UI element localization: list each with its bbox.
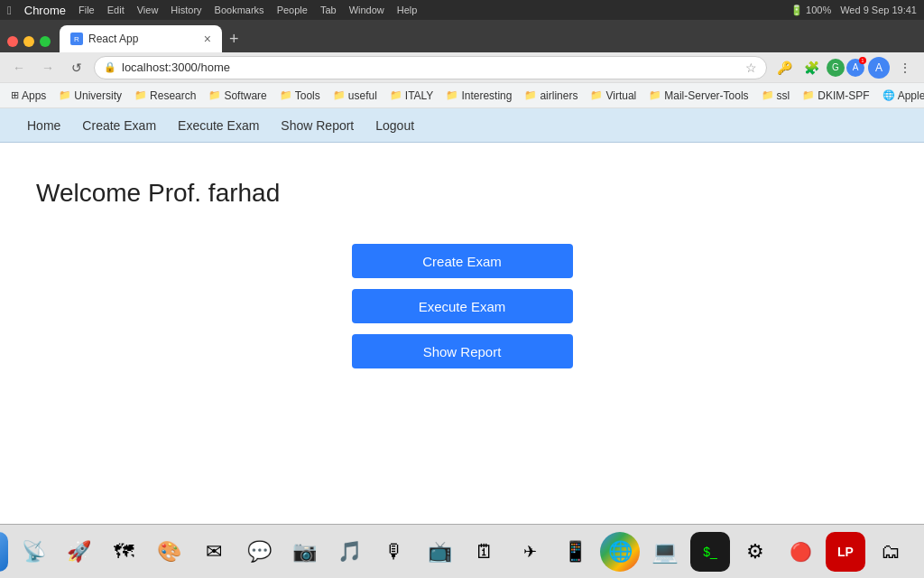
action-buttons: Create Exam Execute Exam Show Report <box>36 244 888 368</box>
welcome-title: Welcome Prof. farhad <box>36 179 888 208</box>
bookmark-useful-label: useful <box>348 89 377 102</box>
bookmark-ssl-label: ssl <box>777 89 790 102</box>
nav-home[interactable]: Home <box>18 113 69 138</box>
globe-icon: 🌐 <box>882 89 895 101</box>
bookmark-interesting-label: Interesting <box>461 89 512 102</box>
tab-title: React App <box>88 33 138 45</box>
folder-icon: 📁 <box>802 89 815 101</box>
tab-favicon: R <box>70 33 83 45</box>
folder-icon: 📁 <box>208 89 221 101</box>
url-bar[interactable]: 🔒 localhost:3000/home ☆ <box>94 56 767 79</box>
bookmark-virtual-label: Virtual <box>605 89 636 102</box>
bookmark-research[interactable]: 📁 Research <box>129 88 201 104</box>
address-bar: ← → ↺ 🔒 localhost:3000/home ☆ 🔑 🧩 G A1 A… <box>0 52 924 83</box>
star-icon[interactable]: ☆ <box>745 61 757 75</box>
folder-icon: 📁 <box>590 89 603 101</box>
bookmark-airliners-label: airliners <box>540 89 578 102</box>
bookmark-useful[interactable]: 📁 useful <box>328 88 383 104</box>
bookmark-research-label: Research <box>150 89 196 102</box>
app-nav: Home Create Exam Execute Exam Show Repor… <box>0 108 924 143</box>
bookmark-italy[interactable]: 📁 ITALY <box>384 88 439 104</box>
back-button[interactable]: ← <box>7 56 31 79</box>
bookmark-italy-label: ITALY <box>405 89 434 102</box>
bookmark-mail-server[interactable]: 📁 Mail-Server-Tools <box>643 88 753 104</box>
bookmark-dkim-label: DKIM-SPF <box>818 89 869 102</box>
bookmark-software[interactable]: 📁 Software <box>203 88 272 104</box>
profile-icon-2: A1 <box>846 59 864 77</box>
bookmark-mail-server-label: Mail-Server-Tools <box>664 89 748 102</box>
reload-button[interactable]: ↺ <box>65 56 88 79</box>
folder-icon: 📁 <box>280 89 292 101</box>
folder-icon: 📁 <box>333 89 346 101</box>
main-content: Welcome Prof. farhad Create Exam Execute… <box>0 143 924 504</box>
tabs-bar: R React App × + <box>0 20 924 52</box>
nav-logout[interactable]: Logout <box>366 113 423 138</box>
profile-button[interactable]: A <box>868 57 890 79</box>
bookmark-dkim[interactable]: 📁 DKIM-SPF <box>797 88 874 104</box>
bookmark-ssl[interactable]: 📁 ssl <box>756 88 796 104</box>
chrome-menu[interactable]: Chrome <box>24 4 66 17</box>
nav-create-exam[interactable]: Create Exam <box>73 113 165 138</box>
bookmark-tools-label: Tools <box>295 89 320 102</box>
bookmarks-bar: ⊞ Apps 📁 University 📁 Research 📁 Softwar… <box>0 83 924 108</box>
window-controls <box>7 36 51 47</box>
apps-icon: ⊞ <box>11 89 19 101</box>
nav-show-report[interactable]: Show Report <box>272 113 363 138</box>
bookmark-apps[interactable]: ⊞ Apps <box>5 88 51 104</box>
maximize-window-button[interactable] <box>40 36 51 47</box>
title-bar:  Chrome File Edit View History Bookmark… <box>0 0 924 20</box>
close-window-button[interactable] <box>7 36 18 47</box>
bookmark-tools[interactable]: 📁 Tools <box>274 88 326 104</box>
tab-close-button[interactable]: × <box>204 32 211 46</box>
create-exam-button[interactable]: Create Exam <box>352 244 573 278</box>
window-menu[interactable]: Window <box>349 5 384 15</box>
os-menu:  Chrome File Edit View History Bookmark… <box>7 4 417 17</box>
new-tab-button[interactable]: + <box>229 30 239 49</box>
folder-icon: 📁 <box>390 89 402 101</box>
browser-tab[interactable]: R React App × <box>60 25 222 52</box>
file-menu[interactable]: File <box>79 5 95 15</box>
folder-icon: 📁 <box>59 89 71 101</box>
bookmark-university[interactable]: 📁 University <box>53 88 127 104</box>
bookmark-apple[interactable]: 🌐 Apple <box>877 88 924 104</box>
help-menu[interactable]: Help <box>397 5 418 15</box>
bookmark-apps-label: Apps <box>22 89 46 102</box>
datetime: Wed 9 Sep 19:41 <box>840 5 917 15</box>
bookmarks-menu[interactable]: Bookmarks <box>215 5 264 15</box>
bookmark-apple-label: Apple <box>898 89 924 102</box>
os-status: 🔋 100% Wed 9 Sep 19:41 <box>790 5 917 16</box>
forward-button[interactable]: → <box>36 56 60 79</box>
bookmark-university-label: University <box>74 89 122 102</box>
folder-icon: 📁 <box>649 89 661 101</box>
folder-icon: 📁 <box>762 89 774 101</box>
extensions-button[interactable]: 🧩 <box>799 56 823 79</box>
folder-icon: 📁 <box>134 89 147 101</box>
folder-icon: 📁 <box>524 89 537 101</box>
minimize-window-button[interactable] <box>23 36 34 47</box>
tab-menu[interactable]: Tab <box>320 5 337 15</box>
bookmark-virtual[interactable]: 📁 Virtual <box>585 88 642 104</box>
execute-exam-button[interactable]: Execute Exam <box>352 289 573 323</box>
view-menu[interactable]: View <box>137 5 159 15</box>
profile-icon-1: G <box>827 59 845 77</box>
url-text: localhost:3000/home <box>122 61 230 74</box>
battery-status: 🔋 100% <box>790 5 831 16</box>
show-report-button[interactable]: Show Report <box>352 334 573 368</box>
people-menu[interactable]: People <box>277 5 308 15</box>
chrome-menu-button[interactable]: ⋮ <box>893 56 917 79</box>
bookmark-airliners[interactable]: 📁 airliners <box>519 88 583 104</box>
address-actions: 🔑 🧩 G A1 A ⋮ <box>772 56 917 79</box>
apple-menu[interactable]:  <box>7 4 12 17</box>
lock-icon: 🔒 <box>104 61 116 73</box>
key-icon[interactable]: 🔑 <box>772 56 796 79</box>
bookmark-interesting[interactable]: 📁 Interesting <box>440 88 517 104</box>
history-menu[interactable]: History <box>171 5 201 15</box>
nav-execute-exam[interactable]: Execute Exam <box>169 113 268 138</box>
folder-icon: 📁 <box>446 89 458 101</box>
bookmark-software-label: Software <box>224 89 266 102</box>
edit-menu[interactable]: Edit <box>107 5 125 15</box>
